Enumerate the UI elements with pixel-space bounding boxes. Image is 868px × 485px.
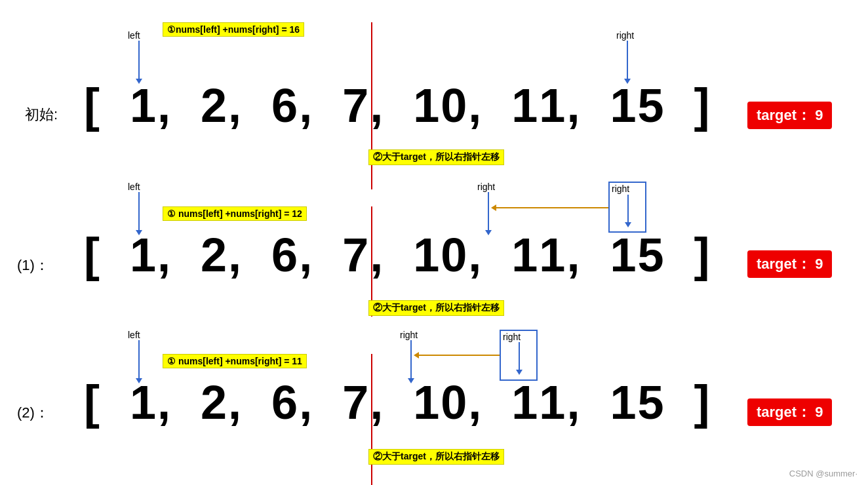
step2-anno2: ②大于target，所以右指针左移: [368, 449, 504, 465]
initial-left-label: left: [128, 30, 140, 41]
step1-arrow-left: [495, 207, 608, 208]
step2-anno1: ① nums[left] +nums[right] = 11: [163, 354, 307, 368]
step1-anno2: ②大于target，所以右指针左移: [368, 300, 504, 316]
step2-row-label: (2)：: [17, 403, 49, 423]
step2-right-new-arrow: [410, 340, 412, 379]
step2-left-arrow: [138, 340, 140, 379]
step1-right-new-arrow: [488, 192, 489, 231]
initial-right-label: right: [616, 30, 634, 41]
step1-right-old-label: right: [612, 184, 629, 194]
initial-array: [ 1, 2, 6, 7, 10, 11, 15 ]: [84, 79, 711, 132]
step1-right-old-arrow: [627, 195, 629, 223]
step2-arrow-left: [418, 355, 500, 356]
initial-target: target： 9: [747, 102, 832, 129]
step2-array: [ 1, 2, 6, 7, 10, 11, 15 ]: [84, 376, 711, 429]
step1-left-arrow: [138, 192, 140, 231]
step1-anno1: ① nums[left] +nums[right] = 12: [163, 206, 307, 221]
initial-row-label: 初始:: [25, 105, 58, 125]
initial-left-arrow: [138, 41, 140, 80]
watermark: CSDN @summer·: [789, 469, 858, 478]
step1-left-label: left: [128, 182, 140, 192]
step2-red-line: [371, 354, 372, 485]
initial-anno2: ②大于target，所以右指针左移: [368, 149, 504, 165]
step2-right-old-arrow: [519, 342, 520, 371]
step2-right-new-label: right: [400, 330, 418, 340]
step1-target: target： 9: [747, 250, 832, 278]
step2-left-label: left: [128, 330, 140, 340]
step2-right-old-label: right: [503, 332, 521, 342]
initial-anno1: ①nums[left] +nums[right] = 16: [163, 22, 304, 37]
step1-array: [ 1, 2, 6, 7, 10, 11, 15 ]: [84, 228, 711, 282]
step2-target: target： 9: [747, 398, 832, 426]
step1-right-new-label: right: [477, 182, 495, 192]
step1-row-label: (1)：: [17, 256, 49, 275]
initial-right-arrow: [627, 41, 628, 80]
diagram: left right ①nums[left] +nums[right] = 16…: [0, 0, 868, 485]
